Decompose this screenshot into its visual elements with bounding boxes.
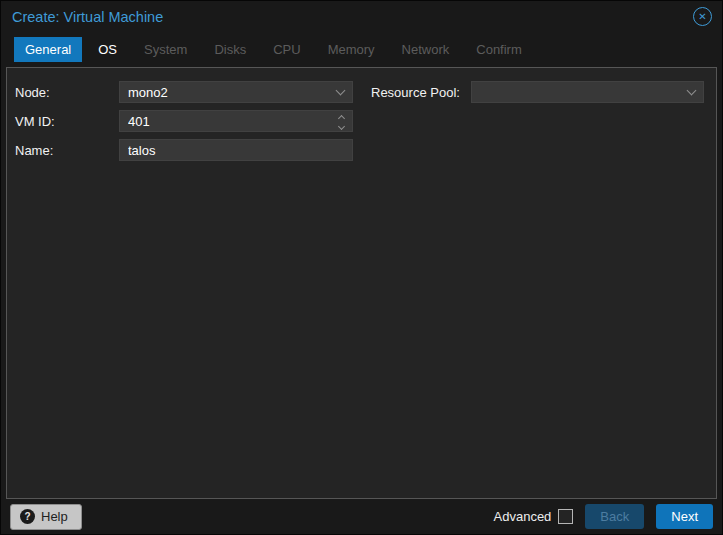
- tab-network: Network: [391, 37, 461, 62]
- dialog-footer: ? Help Advanced Back Next: [1, 499, 722, 534]
- advanced-checkbox[interactable]: [558, 509, 573, 524]
- vmid-input[interactable]: [120, 111, 352, 131]
- node-label: Node:: [15, 85, 119, 100]
- form-right-column: Resource Pool:: [355, 81, 716, 168]
- tab-confirm: Confirm: [465, 37, 533, 62]
- help-button[interactable]: ? Help: [10, 504, 82, 530]
- name-label: Name:: [15, 143, 119, 158]
- resource-pool-input[interactable]: [472, 82, 703, 102]
- create-vm-dialog: Create: Virtual Machine ✕ General OS Sys…: [0, 0, 723, 535]
- vmid-spinner[interactable]: [119, 110, 353, 132]
- chevron-down-icon[interactable]: [337, 87, 344, 94]
- resource-pool-combobox[interactable]: [471, 81, 704, 103]
- dialog-titlebar: Create: Virtual Machine ✕: [1, 1, 722, 32]
- next-button[interactable]: Next: [656, 504, 713, 529]
- resource-pool-row: Resource Pool:: [355, 81, 716, 103]
- general-panel: Node: VM ID:: [6, 67, 717, 499]
- dialog-title: Create: Virtual Machine: [12, 9, 163, 25]
- tab-os[interactable]: OS: [87, 37, 128, 62]
- tab-disks: Disks: [203, 37, 257, 62]
- general-form: Node: VM ID:: [7, 68, 716, 168]
- close-icon[interactable]: ✕: [693, 7, 712, 26]
- node-combobox[interactable]: [119, 81, 353, 103]
- close-x-glyph: ✕: [698, 12, 706, 22]
- help-icon: ?: [20, 509, 35, 524]
- name-row: Name:: [7, 139, 355, 161]
- vmid-row: VM ID:: [7, 110, 355, 132]
- back-button[interactable]: Back: [585, 504, 644, 529]
- tab-general[interactable]: General: [14, 37, 82, 62]
- wizard-tabbar: General OS System Disks CPU Memory Netwo…: [1, 32, 722, 67]
- spinner-icons[interactable]: [339, 111, 344, 131]
- help-button-label: Help: [41, 509, 68, 524]
- node-row: Node:: [7, 81, 355, 103]
- spinner-up-icon[interactable]: [338, 114, 345, 121]
- form-left-column: Node: VM ID:: [7, 81, 355, 168]
- tab-cpu: CPU: [262, 37, 311, 62]
- resource-pool-label: Resource Pool:: [371, 85, 471, 100]
- advanced-label: Advanced: [494, 509, 552, 524]
- vmid-label: VM ID:: [15, 114, 119, 129]
- footer-actions: Advanced Back Next: [494, 504, 713, 529]
- name-input[interactable]: [120, 140, 352, 160]
- help-question-glyph: ?: [24, 511, 30, 522]
- tab-system: System: [133, 37, 198, 62]
- chevron-glyph: [687, 86, 697, 96]
- spinner-down-icon[interactable]: [338, 122, 345, 129]
- node-input[interactable]: [120, 82, 352, 102]
- tab-memory: Memory: [317, 37, 386, 62]
- name-textfield[interactable]: [119, 139, 353, 161]
- chevron-glyph: [336, 86, 346, 96]
- chevron-down-icon[interactable]: [688, 87, 695, 94]
